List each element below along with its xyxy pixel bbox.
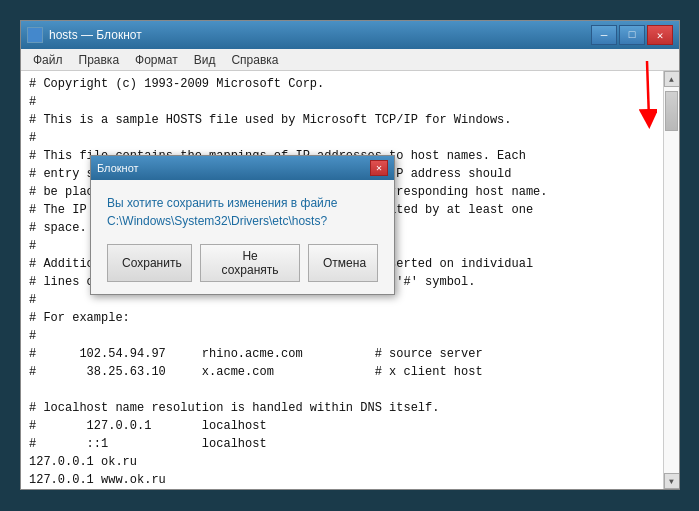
scroll-up-arrow[interactable]: ▲	[664, 71, 680, 87]
menu-format[interactable]: Формат	[127, 51, 186, 69]
menu-bar: Файл Правка Формат Вид Справка	[21, 49, 679, 71]
vertical-scrollbar[interactable]: ▲ ▼	[663, 71, 679, 489]
menu-edit[interactable]: Правка	[71, 51, 128, 69]
save-button[interactable]: Сохранить	[107, 244, 192, 282]
cancel-button[interactable]: Отмена	[308, 244, 378, 282]
title-bar-left: hosts — Блокнот	[27, 27, 142, 43]
dialog-message-line2: C:\Windows\System32\Drivers\etc\hosts?	[107, 214, 327, 228]
scroll-thumb[interactable]	[665, 91, 678, 131]
dialog-title: Блокнот	[97, 162, 139, 174]
dialog-body: Вы хотите сохранить изменения в файле C:…	[91, 180, 394, 294]
title-bar: hosts — Блокнот — □ ✕	[21, 21, 679, 49]
dialog-message-line1: Вы хотите сохранить изменения в файле	[107, 196, 337, 210]
scroll-down-arrow[interactable]: ▼	[664, 473, 680, 489]
dialog-close-button[interactable]: ✕	[370, 160, 388, 176]
maximize-button[interactable]: □	[619, 25, 645, 45]
dialog-message: Вы хотите сохранить изменения в файле C:…	[107, 194, 378, 230]
minimize-button[interactable]: —	[591, 25, 617, 45]
save-dialog: Блокнот ✕ Вы хотите сохранить изменения …	[90, 155, 395, 295]
nosave-button[interactable]: Не сохранять	[200, 244, 300, 282]
dialog-buttons: Сохранить Не сохранять Отмена	[107, 244, 378, 282]
menu-help[interactable]: Справка	[223, 51, 286, 69]
window-title: hosts — Блокнот	[49, 28, 142, 42]
scroll-track	[664, 87, 679, 473]
title-bar-buttons: — □ ✕	[591, 25, 673, 45]
close-button[interactable]: ✕	[647, 25, 673, 45]
menu-file[interactable]: Файл	[25, 51, 71, 69]
notepad-icon	[27, 27, 43, 43]
menu-view[interactable]: Вид	[186, 51, 224, 69]
dialog-title-bar: Блокнот ✕	[91, 156, 394, 180]
